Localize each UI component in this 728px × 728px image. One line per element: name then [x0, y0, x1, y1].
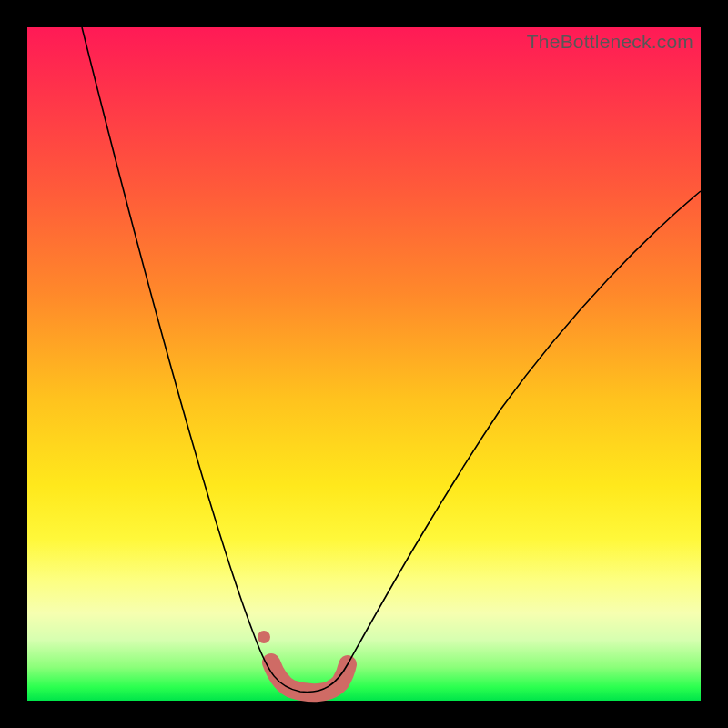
main-curve — [82, 27, 701, 692]
trough-highlight — [271, 662, 348, 693]
curve-svg — [27, 27, 701, 701]
chart-frame: TheBottleneck.com — [0, 0, 728, 728]
plot-area: TheBottleneck.com — [27, 27, 701, 701]
highlight-dot — [258, 631, 270, 643]
